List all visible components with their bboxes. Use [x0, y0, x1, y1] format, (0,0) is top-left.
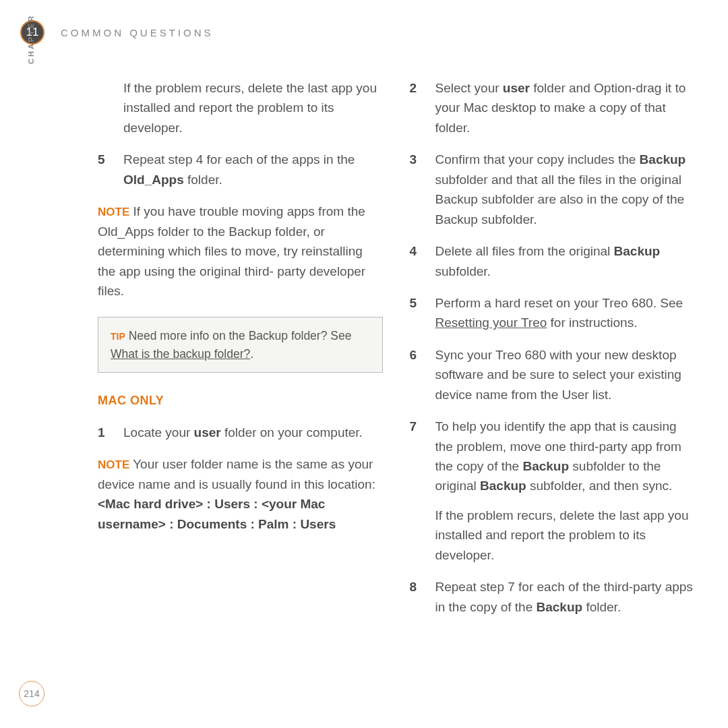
chapter-vertical-label: CHAPTER: [27, 14, 35, 64]
tip-box: TIP Need more info on the Backup folder?…: [98, 317, 383, 373]
step-number: 3: [410, 150, 435, 229]
note-1: NOTE If you have trouble moving apps fro…: [98, 202, 383, 301]
step-5-right: 5 Perform a hard reset on your Treo 680.…: [410, 293, 695, 333]
note-2: NOTE Your user folder name is the same a…: [98, 454, 383, 534]
content-area: If the problem recurs, delete the last a…: [98, 78, 694, 629]
left-column: If the problem recurs, delete the last a…: [98, 78, 383, 629]
tip-label: TIP: [111, 331, 125, 342]
step-7-para2: If the problem recurs, delete the last a…: [435, 506, 695, 565]
step-number: 4: [410, 241, 435, 281]
right-column: 2 Select your user folder and Option-dra…: [410, 78, 695, 629]
tip-link[interactable]: What is the backup folder?: [111, 347, 250, 361]
page-header: 11 COMMON QUESTIONS: [20, 20, 694, 44]
step-7: 7 To help you identify the app that is c…: [410, 417, 695, 565]
resetting-link[interactable]: Resetting your Treo: [435, 315, 547, 330]
page-number-badge: 214: [19, 681, 44, 706]
step-text: Repeat step 4 for each of the apps in th…: [123, 150, 383, 189]
step-1: 1 Locate your user folder on your comput…: [98, 423, 383, 442]
step-text: Select your user folder and Option-drag …: [435, 78, 695, 138]
step-text: To help you identify the app that is cau…: [435, 417, 695, 565]
step-number: 8: [410, 577, 435, 617]
intro-paragraph: If the problem recurs, delete the last a…: [123, 78, 383, 138]
step-3: 3 Confirm that your copy includes the Ba…: [410, 150, 695, 229]
step-2: 2 Select your user folder and Option-dra…: [410, 78, 695, 138]
step-number: 2: [410, 78, 435, 138]
note-text-a: Your user folder name is the same as you…: [98, 457, 375, 491]
note-label: NOTE: [98, 458, 129, 471]
step-text: Sync your Treo 680 with your new desktop…: [435, 345, 695, 404]
note-label: NOTE: [98, 206, 129, 218]
step-6: 6 Sync your Treo 680 with your new deskt…: [410, 345, 695, 404]
step-5-left: 5 Repeat step 4 for each of the apps in …: [98, 150, 383, 189]
step-text: Locate your user folder on your computer…: [123, 423, 383, 442]
step-8: 8 Repeat step 7 for each of the third-pa…: [410, 577, 695, 617]
mac-only-heading: MAC ONLY: [98, 392, 383, 411]
step-text: Delete all files from the original Backu…: [435, 241, 695, 281]
step-text: Repeat step 7 for each of the third-part…: [435, 577, 695, 617]
step-text: Confirm that your copy includes the Back…: [435, 150, 695, 229]
step-number: 5: [98, 150, 123, 189]
step-number: 1: [98, 423, 123, 442]
step-number: 6: [410, 345, 435, 404]
tip-text-a: Need more info on the Backup folder? See: [125, 329, 352, 342]
step-number: 5: [410, 293, 435, 333]
step-number: 7: [410, 417, 435, 565]
header-title: COMMON QUESTIONS: [61, 27, 214, 38]
note-bold: <Mac hard drive> : Users : <your Mac use…: [98, 497, 336, 530]
tip-text-b: .: [250, 347, 253, 361]
step-4: 4 Delete all files from the original Bac…: [410, 241, 695, 281]
step-text: Perform a hard reset on your Treo 680. S…: [435, 293, 695, 333]
note-text: If you have trouble moving apps from the…: [98, 204, 365, 298]
